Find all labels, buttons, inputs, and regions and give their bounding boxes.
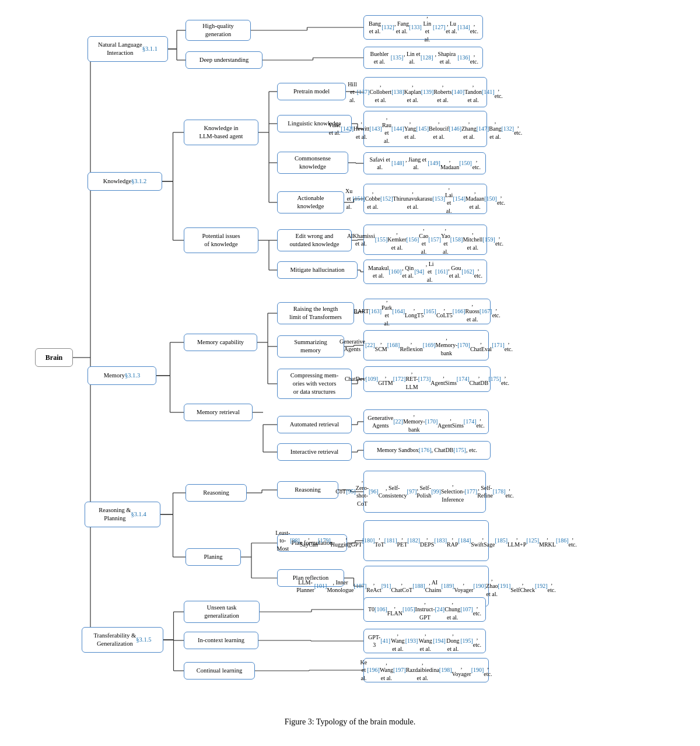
ref-r2b1: AlKhamissi et al. [155], Kemker et al. […: [363, 225, 487, 255]
ref-r5c: Ke et al. [196], Wang et al. [197], Razd…: [363, 658, 489, 682]
node-n5: Transferability &Generalization §3.1.5: [82, 627, 163, 653]
ref-r2a2: Vulic et al. [142], Hewitt et al. [143],…: [363, 111, 487, 147]
ref-r2a4: Xu et al. [151], Cobbe et al. [152], Thi…: [363, 184, 487, 214]
node-n4a: Reasoning: [186, 484, 247, 502]
node-n5a: Unseen taskgeneralization: [184, 601, 260, 623]
ref-r2b2: Manakul et al. [160], Qin et al. [94], L…: [363, 260, 487, 284]
node-n2b: Potential issuesof knowledge: [184, 227, 258, 253]
node-n3a: Memory capability: [184, 334, 257, 351]
node-n2b1: Edit wrong andoutdated knowledge: [277, 229, 352, 251]
ref-r2a3: Safavi et al. [148], Jiang et al. [149],…: [363, 152, 486, 174]
node-n2a4: Actionableknowledge: [277, 191, 344, 213]
node-n1: Natural LanguageInteraction §3.1.1: [88, 36, 168, 62]
node-n3: Memory §3.1.3: [88, 366, 156, 385]
node-root: Brain: [35, 348, 73, 367]
node-n3a3: Compressing mem-ories with vectorsor dat…: [277, 369, 352, 399]
ref-r1b: Buehler et al. [135], Lin et al. [128], …: [363, 47, 483, 69]
node-n3b1: Automated retrieval: [277, 416, 352, 433]
tree-diagram: Brain Natural LanguageInteraction §3.1.1…: [29, 12, 671, 700]
ref-r5a: T0 [106], FLAN [105], Instruct-GPT [24],…: [363, 597, 486, 622]
node-n2: Knowledge §3.1.2: [88, 172, 162, 191]
node-n5b: In-context learning: [184, 632, 258, 649]
node-n2a3: Commonsenseknowledge: [277, 152, 348, 174]
ref-r3a1: BART [163], Park et al. [164], LongT5 [1…: [363, 299, 491, 324]
node-n3b: Memory retrieval: [184, 404, 253, 421]
node-n3a1: Raising the lengthlimit of Transformers: [277, 302, 354, 324]
ref-r3a2: Generative Agents [22], SCM [168], Refle…: [363, 330, 489, 360]
node-n1a: High-qualitygeneration: [186, 20, 251, 41]
node-n4: Reasoning &Planning §3.1.4: [85, 502, 160, 527]
node-n1b: Deep understanding: [186, 51, 262, 69]
node-n2b2: Mitigate hallucination: [277, 261, 358, 279]
ref-r2a1: Hill et al. [137], Collobert et al. [138…: [363, 77, 487, 107]
node-n2a1: Pretrain model: [277, 83, 346, 100]
node-n2a: Knowledge inLLM-based agent: [184, 120, 258, 145]
ref-r3a3: ChatDev [109], GITM [172], RET-LLM [173]…: [363, 366, 491, 392]
node-n3b2: Interactive retrieval: [277, 443, 352, 461]
figure-caption: Figure 3: Typology of the brain module.: [29, 717, 671, 727]
node-n3a2: Summarizingmemory: [277, 335, 344, 358]
node-n5c: Continual learning: [184, 662, 255, 680]
ref-r3b2: Memory Sandbox[176], ChatDB [175], etc.: [363, 441, 491, 460]
ref-r5b: GPT-3 [41], Wang et al. [193], Wang et a…: [363, 629, 486, 653]
node-n4a1: Reasoning: [277, 481, 338, 499]
ref-r4a1: CoT [95], Zero-shot-CoT [96], Self-Consi…: [363, 471, 486, 513]
node-n4b: Planing: [186, 548, 241, 566]
ref-r4b1: Least-to-Most [98], SayCan [179], Huggin…: [363, 520, 489, 561]
ref-r1a: Bang et al. [132], Fang et al. [133],Lin…: [363, 15, 483, 40]
ref-r3b1: Generative Agents [22], Memory-bank [170…: [363, 409, 489, 434]
